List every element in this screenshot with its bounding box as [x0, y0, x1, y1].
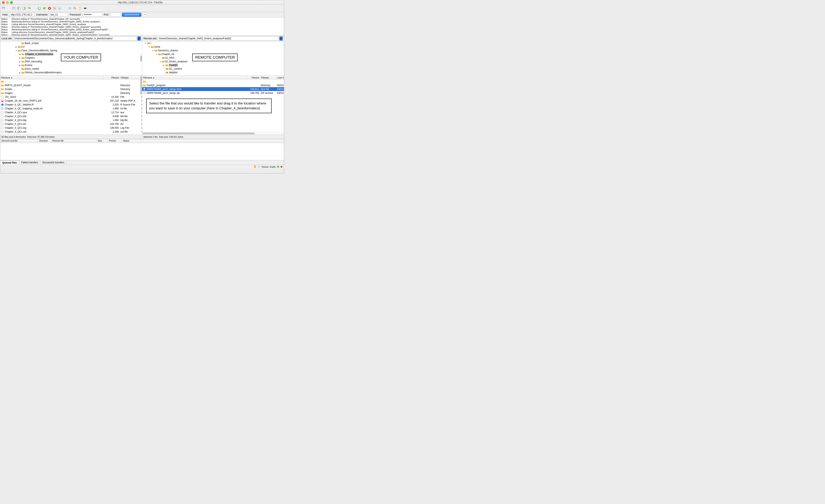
tree-item[interactable]: Extra_credits [0, 67, 142, 71]
file-row[interactable]: Chapter_4_QCs.blg1,060blg-file02 [0, 118, 142, 122]
file-row[interactable]: .. [0, 79, 142, 83]
col-filetype[interactable]: Filetype [120, 76, 141, 79]
disclosure-icon[interactable]: ▶ [19, 57, 21, 59]
file-row[interactable]: Chapter_4_QCs.bbl8,809bbl-file02 [0, 114, 142, 118]
tree-item[interactable]: ▶CV [0, 45, 142, 49]
disclosure-icon[interactable]: ▼ [148, 46, 150, 48]
disclosure-icon[interactable]: ▼ [156, 53, 158, 55]
message-log[interactable]: Status:Directory listing of "/home/Genom… [0, 17, 284, 35]
tree-item[interactable]: ▶FastQC [142, 63, 284, 67]
col-lastmod[interactable]: Last modi [277, 76, 284, 79]
cancel-icon[interactable] [47, 6, 52, 11]
file-row[interactable]: .DS_Store14,340File03 [0, 95, 142, 99]
tree-item[interactable]: ▼Genomics_shared [142, 49, 284, 52]
col-filename[interactable]: Filename ▲ [0, 76, 103, 79]
tree-item[interactable]: ▼Class_Genomics&Bioinfo_Spring [0, 49, 142, 52]
tree-item[interactable]: Jellyfish [142, 71, 284, 74]
file-row[interactable]: Chapter_04_de_novo_PART1.pdf197,218Adobe… [0, 99, 142, 102]
transfer-queue[interactable]: Server/Local fileDirectionRemote fileSiz… [0, 139, 284, 160]
file-row[interactable]: Chapter_4_QCs.dvi218,780dvi02 [0, 122, 142, 126]
file-row[interactable]: Chapter_4_QC_Jellyfish.R2,025R Source Fi… [0, 102, 142, 106]
local-tree[interactable]: YOUR COMPUTER Bash_scripts▶CV▼Class_Geno… [0, 41, 142, 76]
help-icon[interactable]: ⓘ [258, 165, 260, 168]
remote-path-dropdown[interactable] [280, 37, 283, 41]
file-row[interactable]: Chapter_4_QCs.log136,593Log File02 [0, 126, 142, 130]
disclosure-icon[interactable]: ▼ [145, 42, 147, 45]
col-filesize[interactable]: Filesize [248, 76, 260, 79]
tree-item[interactable]: ▶GitHub_Genomics&Bioinformatics [0, 71, 142, 74]
username-input[interactable] [50, 13, 68, 17]
col-filetype[interactable]: Filetype [260, 76, 277, 79]
filter-icon[interactable] [68, 6, 72, 11]
sync-browse-icon[interactable] [78, 6, 82, 11]
tree-item[interactable]: ▼home [142, 45, 284, 49]
tab-successful-transfers[interactable]: Successful transfers [40, 160, 67, 164]
local-path-dropdown[interactable] [138, 37, 141, 41]
remote-file-list[interactable]: Filename ▲ Filesize Filetype Last modi .… [142, 76, 284, 135]
remote-hscroll[interactable] [142, 132, 284, 135]
queue-col[interactable]: Direction [38, 139, 51, 143]
scrollbar-thumb[interactable] [140, 56, 142, 62]
toggle-tree-remote-icon[interactable] [22, 6, 26, 11]
local-path-input[interactable] [13, 37, 137, 41]
host-input[interactable] [10, 13, 34, 17]
local-file-list[interactable]: Filename ▲ Filesize Filetype La ..PART3_… [0, 76, 142, 135]
file-row[interactable]: Chapter_4_QC_mapping_reads.txt1,656txt-f… [0, 106, 142, 111]
tree-item[interactable]: GC_content [142, 67, 284, 71]
toggle-log-icon[interactable] [12, 6, 16, 11]
disconnect-icon[interactable] [52, 6, 57, 11]
disclosure-icon[interactable]: ▶ [19, 53, 21, 55]
tab-queued-files[interactable]: Queued files [0, 160, 19, 165]
disclosure-icon[interactable]: ▶ [163, 64, 165, 66]
compare-icon[interactable] [73, 6, 77, 11]
file-row[interactable]: SRR5759389_pe12_fastqc.html230,811html-f… [142, 87, 284, 91]
file-row[interactable]: Chapter_4_QCs.aux12,714aux02 [0, 111, 142, 114]
file-row[interactable]: FastQC_programDirectory03/01/20 [142, 83, 284, 87]
queue-col[interactable]: Priority [108, 139, 122, 143]
remote-path-input[interactable] [158, 37, 279, 41]
remote-tree[interactable]: REMOTE COMPUTER ▼/▼home▼Genomics_shared▼… [142, 41, 284, 76]
disclosure-icon[interactable]: ▶ [15, 46, 17, 48]
disclosure-icon[interactable]: ▼ [152, 50, 154, 52]
queue-col[interactable]: Remote file [51, 139, 96, 143]
tree-item[interactable]: ▶Exams [0, 63, 142, 67]
search-icon[interactable] [83, 6, 87, 11]
tree-item[interactable]: ▼/ [142, 41, 284, 45]
file-row[interactable]: .. [142, 79, 284, 83]
quickconnect-button[interactable]: Quickconnect [122, 13, 141, 17]
queue-col[interactable]: Server/Local file [0, 139, 38, 143]
maximize-icon[interactable] [10, 1, 13, 4]
password-input[interactable] [83, 13, 102, 17]
site-manager-icon[interactable] [1, 6, 6, 11]
file-row[interactable]: Chapter_4_QCs.out2,346out-file02 [0, 130, 142, 134]
local-list-header[interactable]: Filename ▲ Filesize Filetype La [0, 76, 142, 79]
file-row[interactable]: imagesDirectory03 [0, 91, 142, 95]
toggle-queue-icon[interactable] [27, 6, 31, 11]
file-row[interactable]: PART3_QUAST_resultsDirectory04 [0, 83, 142, 87]
disclosure-icon[interactable]: ▼ [15, 50, 17, 52]
col-filesize[interactable]: Filesize [103, 76, 120, 79]
disclosure-icon[interactable]: ▶ [19, 64, 21, 66]
queue-col[interactable]: Size [96, 139, 108, 143]
close-icon[interactable] [2, 1, 5, 4]
disclosure-icon[interactable]: ▼ [159, 61, 161, 63]
port-input[interactable] [110, 13, 121, 17]
queue-body[interactable] [0, 143, 284, 160]
remote-list-header[interactable]: Filename ▲ Filesize Filetype Last modi [142, 76, 284, 79]
file-row[interactable]: ScriptsDirectory03 [0, 87, 142, 91]
queue-header[interactable]: Server/Local fileDirectionRemote fileSiz… [0, 139, 284, 143]
quickconnect-dropdown[interactable] [143, 12, 147, 17]
tree-item[interactable]: Bash_scripts [0, 41, 142, 45]
file-row[interactable]: SRR5759389_pe12_fastqc.zip249,705ZIP arc… [142, 91, 284, 95]
tab-failed-transfers[interactable]: Failed transfers [19, 160, 40, 164]
reconnect-icon[interactable] [58, 6, 62, 11]
queue-col[interactable]: Status [122, 139, 141, 143]
col-filename[interactable]: Filename ▲ [142, 76, 248, 79]
toggle-tree-local-icon[interactable] [17, 6, 21, 11]
minimize-icon[interactable] [6, 1, 9, 4]
disclosure-icon[interactable]: ▶ [19, 61, 21, 63]
refresh-icon[interactable] [37, 6, 42, 11]
process-queue-icon[interactable] [42, 6, 47, 11]
scrollbar-thumb[interactable] [140, 79, 142, 94]
disclosure-icon[interactable]: ▶ [19, 71, 21, 74]
